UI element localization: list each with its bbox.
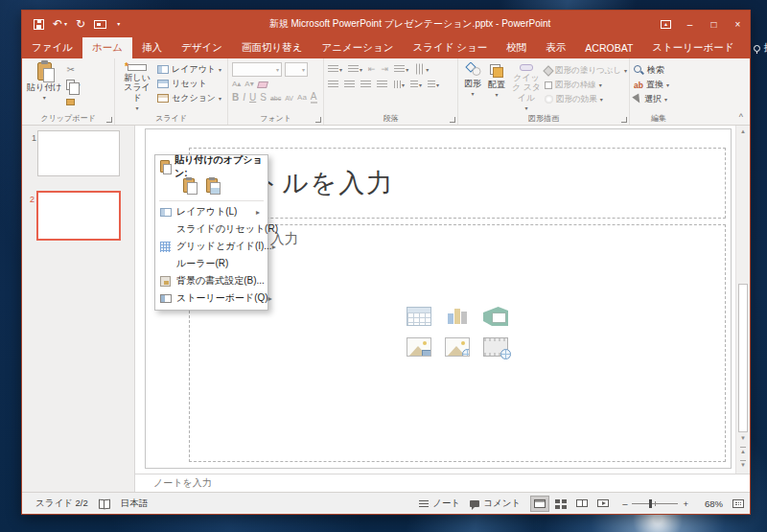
shape-effects-button[interactable]: 図形の効果▾ xyxy=(545,93,627,105)
numbering-button[interactable]: ▾ xyxy=(348,65,362,73)
redo-button[interactable]: ↻ xyxy=(76,18,85,30)
menu-item-reset-slide[interactable]: スライドのリセット(R) xyxy=(156,220,267,238)
reading-view-button[interactable] xyxy=(572,496,592,512)
scroll-up-icon[interactable]: ▲ xyxy=(736,128,750,134)
quick-styles-button[interactable]: クイック スタイル ▾ xyxy=(508,61,545,112)
shape-outline-button[interactable]: 図形の枠線▾ xyxy=(545,79,627,91)
shapes-button[interactable]: 図形 ▾ xyxy=(460,61,485,112)
paste-use-destination-theme-button[interactable] xyxy=(179,176,198,195)
replace-button[interactable]: ab置換▾ xyxy=(634,79,684,91)
zoom-slider[interactable] xyxy=(632,503,678,504)
clear-formatting-icon[interactable] xyxy=(257,81,268,88)
find-button[interactable]: 検索 xyxy=(634,64,684,77)
minimize-button[interactable]: – xyxy=(678,11,702,37)
shrink-font-button[interactable]: A▾ xyxy=(244,81,253,88)
layout-button[interactable]: レイアウト▾ xyxy=(157,63,221,76)
title-placeholder[interactable]: タイトルを入力 xyxy=(189,148,726,219)
slide2-thumbnail[interactable] xyxy=(36,191,121,241)
arrange-button[interactable]: 配置 ▾ xyxy=(485,61,508,112)
tab-insert[interactable]: 挿入 xyxy=(132,37,172,58)
zoom-level[interactable]: 68% xyxy=(698,498,723,509)
font-color-button[interactable]: A xyxy=(311,92,317,104)
align-center-button[interactable] xyxy=(344,81,355,88)
tab-transitions[interactable]: 画面切り替え xyxy=(232,37,313,58)
font-size-combobox[interactable]: ▾ xyxy=(285,62,308,77)
underline-button[interactable]: U xyxy=(249,93,256,103)
bullets-button[interactable]: ▾ xyxy=(328,65,342,73)
insert-picture-icon[interactable] xyxy=(407,337,431,357)
font-dialog-launcher[interactable] xyxy=(315,117,321,123)
tab-home[interactable]: ホーム xyxy=(82,37,132,58)
insert-chart-icon[interactable] xyxy=(445,307,470,326)
paste-dropdown-icon[interactable]: ▾ xyxy=(43,94,46,101)
tab-file[interactable]: ファイル xyxy=(22,37,82,58)
close-button[interactable]: × xyxy=(726,11,750,37)
next-slide-button[interactable]: ▼ xyxy=(740,460,746,468)
start-slideshow-button[interactable] xyxy=(94,20,106,29)
fit-slide-to-window-icon[interactable] xyxy=(732,499,744,508)
justify-button[interactable] xyxy=(377,81,387,88)
cut-button[interactable]: ✂ xyxy=(66,63,80,76)
tab-acrobat[interactable]: ACROBAT xyxy=(575,37,642,58)
undo-dropdown-icon[interactable]: ▾ xyxy=(64,21,67,27)
menu-item-storyboard[interactable]: ストーリーボード(Q) ▸ xyxy=(156,289,267,307)
line-spacing-button[interactable]: ▾ xyxy=(394,65,408,73)
scroll-down-icon[interactable]: ▼ xyxy=(736,435,750,441)
align-left-button[interactable] xyxy=(328,81,338,88)
undo-button[interactable]: ↶▾ xyxy=(53,18,67,30)
collapse-ribbon-button[interactable]: ^ xyxy=(739,112,743,122)
scrollbar-thumb[interactable] xyxy=(738,284,748,432)
drawing-dialog-launcher[interactable] xyxy=(621,117,627,123)
reset-button[interactable]: リセット xyxy=(157,78,221,90)
menu-item-grid-and-guides[interactable]: グリッドとガイド(I)... ▸ xyxy=(156,238,267,255)
previous-slide-button[interactable]: ▲ xyxy=(740,447,746,454)
align-text-button[interactable]: ▾ xyxy=(410,81,422,88)
slide-sorter-view-button[interactable] xyxy=(551,496,570,512)
convert-to-smartart-button[interactable]: ▾ xyxy=(428,81,439,88)
customize-qat-button[interactable]: ▾ xyxy=(117,21,120,27)
zoom-slider-thumb[interactable] xyxy=(649,499,652,508)
menu-item-ruler[interactable]: ルーラー(R) xyxy=(156,255,267,272)
select-button[interactable]: 選択▾ xyxy=(634,93,684,105)
insert-table-icon[interactable] xyxy=(407,307,431,326)
decrease-indent-button[interactable]: ⇤ xyxy=(368,64,376,74)
comments-toggle-button[interactable]: コメント xyxy=(470,497,521,510)
ribbon-display-options-button[interactable]: ▴ xyxy=(654,11,678,37)
format-painter-button[interactable] xyxy=(66,94,80,106)
paste-as-picture-button[interactable] xyxy=(202,176,221,195)
language-indicator[interactable]: 日本語 xyxy=(121,497,149,510)
tell-me-button[interactable]: 操作アシスト... xyxy=(744,37,767,58)
maximize-button[interactable]: □ xyxy=(702,11,726,37)
clipboard-dialog-launcher[interactable] xyxy=(106,117,112,123)
italic-button[interactable]: I xyxy=(243,93,245,103)
zoom-in-button[interactable]: + xyxy=(683,498,688,509)
tab-review[interactable]: 校閲 xyxy=(497,37,536,58)
normal-view-button[interactable] xyxy=(530,496,549,512)
paragraph-dialog-launcher[interactable] xyxy=(450,117,455,123)
character-spacing-button[interactable]: AV xyxy=(285,95,293,102)
vertical-scrollbar[interactable]: ▲ ▼ ▲ ▼ xyxy=(735,126,750,474)
tab-storyboard[interactable]: ストーリーボード xyxy=(642,37,743,58)
grow-font-button[interactable]: A▴ xyxy=(232,81,241,88)
slideshow-view-button[interactable] xyxy=(593,496,613,512)
shape-fill-button[interactable]: 図形の塗りつぶし▾ xyxy=(545,64,627,77)
notes-toggle-button[interactable]: ノート xyxy=(419,497,460,510)
content-placeholder[interactable]: テキストを入力 xyxy=(189,224,726,462)
slide1-thumbnail[interactable] xyxy=(37,130,120,176)
save-button[interactable] xyxy=(34,19,44,30)
change-case-button[interactable]: Aa xyxy=(297,94,307,102)
strikethrough-button[interactable]: abc xyxy=(270,95,281,102)
insert-online-picture-icon[interactable] xyxy=(445,337,470,357)
bold-button[interactable]: B xyxy=(232,93,239,103)
tab-view[interactable]: 表示 xyxy=(536,37,575,58)
insert-video-icon[interactable] xyxy=(483,337,508,357)
text-shadow-button[interactable]: S xyxy=(260,93,267,103)
increase-indent-button[interactable]: ⇥ xyxy=(382,64,389,74)
notes-pane[interactable]: ノートを入力 xyxy=(135,474,750,492)
text-direction-button[interactable]: ▾ xyxy=(414,65,429,73)
menu-item-layout[interactable]: レイアウト(L) ▸ xyxy=(156,203,267,220)
align-right-button[interactable] xyxy=(360,81,371,88)
tab-slideshow[interactable]: スライド ショー xyxy=(403,37,497,58)
copy-button[interactable]: ▾ xyxy=(66,79,80,91)
zoom-out-button[interactable]: – xyxy=(622,498,627,509)
